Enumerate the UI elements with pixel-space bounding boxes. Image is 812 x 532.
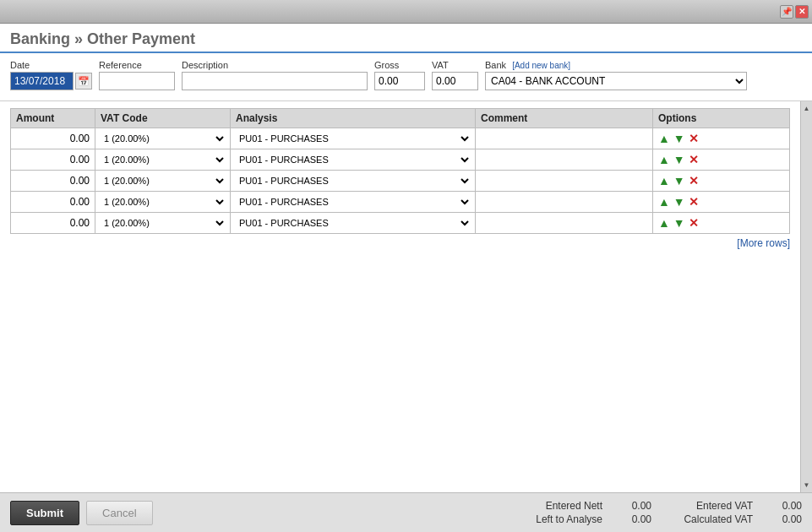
move-up-btn-4[interactable]: ▲ [658, 217, 670, 229]
vat-code-select-3[interactable]: 1 (20.00%) [99, 193, 226, 210]
content-area: Banking » Other Payment Date 📅 Reference [0, 24, 812, 492]
add-new-bank-link[interactable]: [Add new bank] [512, 61, 570, 70]
left-to-analyse-row: Left to Analyse 0.00 [518, 513, 651, 525]
amount-cell-0 [11, 128, 95, 149]
vat-code-select-1[interactable]: 1 (20.00%) [99, 151, 226, 168]
description-input[interactable] [182, 72, 368, 90]
comment-input-2[interactable] [479, 172, 649, 189]
title-bar: 📌 ✕ [0, 0, 812, 24]
comment-cell-3 [476, 192, 653, 212]
options-cell-0: ▲ ▼ ✕ [653, 128, 755, 149]
vat-code-select-0[interactable]: 1 (20.00%) [99, 130, 226, 147]
amount-input-4[interactable] [14, 214, 91, 231]
scroll-down-arrow[interactable]: ▼ [802, 480, 812, 491]
amount-input-1[interactable] [14, 151, 91, 168]
close-button[interactable]: ✕ [795, 5, 809, 19]
delete-btn-4[interactable]: ✕ [689, 216, 699, 230]
analysis-select-4[interactable]: PU01 - PURCHASES [234, 214, 471, 231]
comment-input-3[interactable] [479, 193, 649, 210]
reference-input[interactable] [99, 72, 175, 90]
date-label: Date [10, 60, 92, 70]
calendar-icon[interactable]: 📅 [75, 73, 92, 90]
cancel-button[interactable]: Cancel [86, 501, 152, 525]
more-rows-link[interactable]: [More rows] [10, 234, 790, 252]
submit-button[interactable]: Submit [10, 501, 79, 525]
move-up-btn-2[interactable]: ▲ [658, 175, 670, 187]
options-cell-4: ▲ ▼ ✕ [653, 213, 755, 233]
table-row: 1 (20.00%) PU01 - PURCHASES ▲ ▼ ✕ [10, 128, 790, 149]
gross-label: Gross [374, 60, 425, 70]
col-options: Options [653, 109, 755, 128]
reference-label: Reference [99, 60, 175, 70]
page-header: Banking » Other Payment [0, 24, 812, 53]
analysis-select-0[interactable]: PU01 - PURCHASES [234, 130, 471, 147]
calculated-vat-label: Calculated VAT [668, 513, 753, 525]
amount-input-3[interactable] [14, 193, 91, 210]
vat-input[interactable] [432, 72, 478, 90]
comment-cell-0 [476, 128, 653, 149]
col-comment: Comment [476, 109, 653, 128]
left-to-analyse-value: 0.00 [609, 513, 651, 525]
move-down-btn-0[interactable]: ▼ [673, 133, 685, 144]
delete-btn-1[interactable]: ✕ [689, 153, 699, 166]
comment-cell-2 [476, 171, 653, 191]
amount-input-0[interactable] [14, 130, 91, 147]
move-down-btn-2[interactable]: ▼ [673, 175, 685, 187]
title-bar-buttons: 📌 ✕ [780, 5, 809, 19]
form-area: Date 📅 Reference Description Gross [0, 53, 812, 101]
vat-code-select-4[interactable]: 1 (20.00%) [99, 214, 226, 231]
main-window: 📌 ✕ Banking » Other Payment Date 📅 [0, 0, 812, 532]
vat-code-cell-4: 1 (20.00%) [95, 213, 231, 233]
move-up-btn-0[interactable]: ▲ [658, 133, 670, 144]
amount-cell-4 [11, 213, 95, 233]
date-group: Date 📅 [10, 60, 92, 90]
comment-cell-1 [476, 149, 653, 170]
options-cell-2: ▲ ▼ ✕ [653, 171, 755, 191]
analysis-cell-1: PU01 - PURCHASES [231, 149, 476, 170]
footer-stats: Entered Nett 0.00 Left to Analyse 0.00 E… [163, 500, 802, 525]
comment-input-1[interactable] [479, 151, 649, 168]
date-input[interactable] [10, 72, 74, 90]
delete-btn-2[interactable]: ✕ [689, 174, 699, 187]
vat-group: VAT [432, 60, 478, 90]
bank-select[interactable]: CA04 - BANK ACCOUNT [485, 72, 747, 90]
right-scrollbar[interactable]: ▲ ▼ [800, 101, 812, 492]
col-analysis: Analysis [231, 109, 476, 128]
analysis-select-1[interactable]: PU01 - PURCHASES [234, 151, 471, 168]
description-label: Description [182, 60, 368, 70]
comment-input-4[interactable] [479, 214, 649, 231]
move-down-btn-3[interactable]: ▼ [673, 196, 685, 208]
left-to-analyse-label: Left to Analyse [518, 513, 602, 525]
vat-code-cell-2: 1 (20.00%) [95, 171, 231, 191]
analysis-cell-0: PU01 - PURCHASES [231, 128, 476, 149]
page-title: Banking » Other Payment [10, 30, 802, 48]
options-cell-1: ▲ ▼ ✕ [653, 149, 755, 170]
vat-code-cell-0: 1 (20.00%) [95, 128, 231, 149]
table-area: Amount VAT Code Analysis Comment Options… [0, 101, 800, 492]
delete-btn-0[interactable]: ✕ [689, 132, 699, 145]
analysis-select-3[interactable]: PU01 - PURCHASES [234, 193, 471, 210]
move-up-btn-3[interactable]: ▲ [658, 196, 670, 208]
move-down-btn-1[interactable]: ▼ [673, 154, 685, 166]
table-row: 1 (20.00%) PU01 - PURCHASES ▲ ▼ ✕ [10, 170, 790, 191]
analysis-select-2[interactable]: PU01 - PURCHASES [234, 172, 471, 189]
gross-group: Gross [374, 60, 425, 90]
amount-input-2[interactable] [14, 172, 91, 189]
bank-group: Bank [Add new bank] CA04 - BANK ACCOUNT [485, 60, 747, 90]
reference-group: Reference [99, 60, 175, 90]
vat-code-select-2[interactable]: 1 (20.00%) [99, 172, 226, 189]
scroll-up-arrow[interactable]: ▲ [802, 103, 812, 114]
main-layout: Amount VAT Code Analysis Comment Options… [0, 101, 812, 492]
calculated-vat-row: Calculated VAT 0.00 [668, 513, 802, 525]
entered-vat-label: Entered VAT [668, 500, 753, 512]
comment-input-0[interactable] [479, 130, 649, 147]
pin-button[interactable]: 📌 [780, 5, 793, 19]
table-rows: 1 (20.00%) PU01 - PURCHASES ▲ ▼ ✕ [10, 128, 790, 234]
move-up-btn-1[interactable]: ▲ [658, 154, 670, 166]
page-title-text: Other Payment [87, 30, 195, 47]
amount-cell-1 [11, 149, 95, 170]
delete-btn-3[interactable]: ✕ [689, 195, 699, 209]
table-header: Amount VAT Code Analysis Comment Options [10, 108, 790, 128]
move-down-btn-4[interactable]: ▼ [673, 217, 685, 229]
gross-input[interactable] [374, 72, 425, 90]
